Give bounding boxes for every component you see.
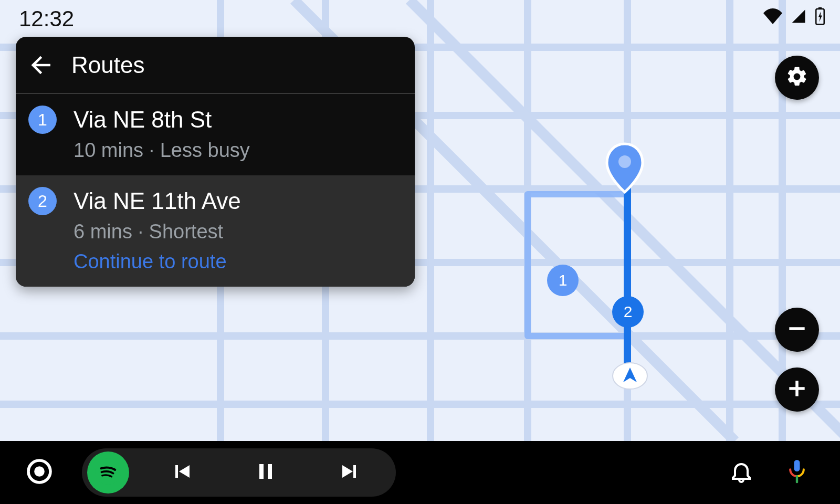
- map-route-marker-2[interactable]: 2: [612, 296, 644, 328]
- svg-rect-25: [259, 464, 264, 479]
- svg-rect-21: [795, 381, 799, 396]
- route-name: Via NE 8th St: [74, 107, 212, 133]
- map-route-marker-1[interactable]: 1: [547, 265, 579, 296]
- cell-signal-icon: [790, 8, 807, 26]
- gear-icon: [785, 65, 808, 90]
- svg-point-15: [618, 155, 631, 168]
- launcher-icon: [25, 457, 54, 488]
- media-controls: [82, 448, 396, 497]
- route-subtext: 6 mins · Shortest: [74, 220, 402, 243]
- minus-icon: [785, 317, 808, 342]
- route-number-badge: 1: [28, 106, 57, 134]
- plus-icon: [785, 377, 808, 402]
- route-name: Via NE 11th Ave: [74, 188, 241, 214]
- play-pause-button[interactable]: [245, 452, 287, 494]
- route-number-badge: 2: [28, 187, 57, 215]
- skip-next-icon: [337, 459, 362, 486]
- continue-to-route-link[interactable]: Continue to route: [74, 250, 402, 273]
- bell-icon: [729, 477, 754, 486]
- spotify-icon: [95, 458, 121, 487]
- back-button[interactable]: [25, 49, 57, 81]
- nav-bar: [0, 441, 840, 504]
- next-track-button[interactable]: [329, 452, 371, 494]
- battery-charging-icon: [815, 7, 825, 27]
- skip-previous-icon: [169, 459, 194, 486]
- status-time: 12:32: [19, 6, 74, 32]
- svg-rect-26: [268, 464, 272, 479]
- zoom-out-button[interactable]: [775, 308, 819, 352]
- launcher-button[interactable]: [0, 441, 79, 504]
- route-option-2[interactable]: 2 Via NE 11th Ave 6 mins · Shortest Cont…: [16, 175, 415, 287]
- route-subtext: 10 mins · Less busy: [74, 139, 402, 162]
- marker-label: 2: [624, 303, 633, 321]
- routes-panel: Routes 1 Via NE 8th St 10 mins · Less bu…: [16, 37, 415, 287]
- route-option-1[interactable]: 1 Via NE 8th St 10 mins · Less busy: [16, 94, 415, 175]
- zoom-in-button[interactable]: [775, 368, 819, 412]
- spotify-button[interactable]: [87, 452, 129, 494]
- pause-icon: [253, 459, 278, 486]
- marker-label: 1: [559, 271, 568, 289]
- svg-rect-19: [789, 327, 804, 330]
- wifi-icon: [763, 8, 782, 26]
- svg-point-23: [34, 466, 45, 477]
- mic-icon: [785, 478, 808, 487]
- notifications-button[interactable]: [729, 459, 754, 486]
- svg-rect-27: [794, 460, 800, 471]
- assistant-mic-button[interactable]: [785, 458, 808, 487]
- settings-button[interactable]: [775, 56, 819, 100]
- svg-rect-18: [818, 7, 822, 9]
- previous-track-button[interactable]: [161, 452, 203, 494]
- panel-title: Routes: [71, 52, 144, 78]
